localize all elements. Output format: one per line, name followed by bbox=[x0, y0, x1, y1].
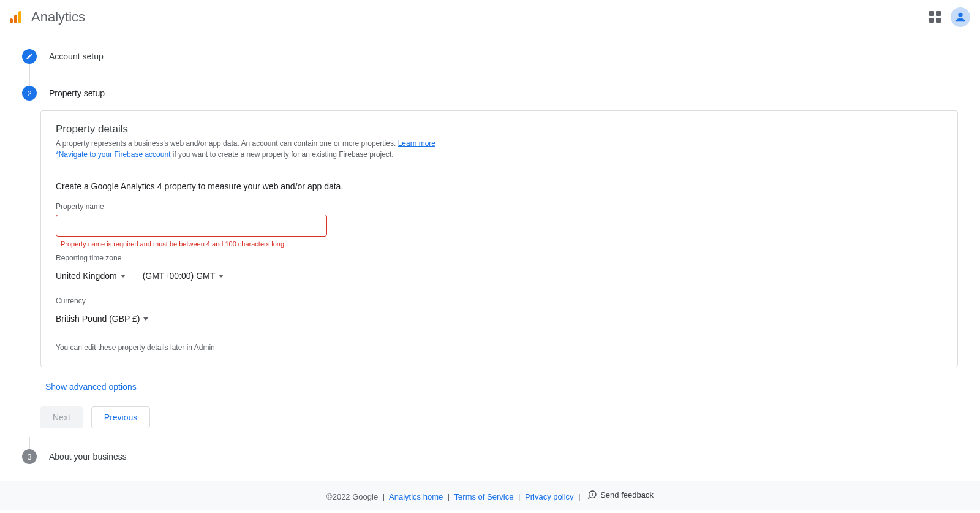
step-3-indicator: 3 bbox=[22, 449, 37, 464]
footer-analytics-home-link[interactable]: Analytics home bbox=[389, 492, 443, 501]
header-right bbox=[929, 7, 970, 27]
form-heading: Create a Google Analytics 4 property to … bbox=[56, 181, 943, 191]
timezone-label: Reporting time zone bbox=[56, 254, 943, 262]
svg-point-2 bbox=[592, 496, 593, 496]
footer-tos-link[interactable]: Terms of Service bbox=[454, 492, 514, 501]
next-button[interactable]: Next bbox=[40, 406, 83, 428]
property-setup-panel: Property details A property represents a… bbox=[40, 110, 958, 428]
stepper-step-2: 2 Property setup bbox=[22, 86, 958, 101]
step-2-label: Property setup bbox=[49, 88, 105, 98]
property-name-input[interactable] bbox=[56, 215, 327, 237]
step-1-indicator bbox=[22, 49, 37, 64]
header-left: Analytics bbox=[10, 9, 85, 25]
property-name-error: Property name is required and must be be… bbox=[61, 240, 943, 248]
app-header: Analytics bbox=[0, 0, 980, 34]
caret-down-icon bbox=[143, 317, 148, 321]
stepper-step-3: 3 About your business bbox=[22, 449, 958, 464]
currency-value: British Pound (GBP £) bbox=[56, 314, 140, 324]
card-desc-suffix: if you want to create a new property for… bbox=[170, 150, 393, 159]
timezone-zone-dropdown[interactable]: (GMT+00:00) GMT bbox=[143, 270, 224, 282]
main-content: Account setup 2 Property setup Property … bbox=[0, 34, 980, 481]
step-3-label: About your business bbox=[49, 452, 127, 462]
stepper-connector-1 bbox=[29, 64, 30, 86]
footer-privacy-link[interactable]: Privacy policy bbox=[525, 492, 573, 501]
product-name: Analytics bbox=[31, 9, 85, 25]
pencil-icon bbox=[26, 53, 33, 60]
card-body: Create a Google Analytics 4 property to … bbox=[41, 169, 957, 367]
card-description: A property represents a business's web a… bbox=[56, 138, 943, 160]
previous-button[interactable]: Previous bbox=[91, 406, 150, 428]
person-icon bbox=[954, 10, 967, 24]
account-avatar[interactable] bbox=[951, 7, 970, 27]
footer-copyright: ©2022 Google bbox=[326, 492, 378, 501]
show-advanced-options-link[interactable]: Show advanced options bbox=[45, 382, 137, 392]
caret-down-icon bbox=[121, 275, 126, 278]
timezone-country-value: United Kingdom bbox=[56, 271, 117, 281]
currency-label: Currency bbox=[56, 297, 943, 305]
card-desc-text: A property represents a business's web a… bbox=[56, 139, 398, 148]
card-header: Property details A property represents a… bbox=[41, 111, 957, 169]
stepper-connector-2 bbox=[29, 437, 30, 449]
feedback-label: Send feedback bbox=[600, 490, 654, 500]
page-footer: ©2022 Google | Analytics home | Terms of… bbox=[0, 481, 980, 510]
currency-dropdown[interactable]: British Pound (GBP £) bbox=[56, 313, 148, 325]
caret-down-icon bbox=[219, 275, 224, 278]
step-1-label: Account setup bbox=[49, 51, 104, 61]
send-feedback-button[interactable]: Send feedback bbox=[587, 490, 654, 500]
timezone-country-dropdown[interactable]: United Kingdom bbox=[56, 270, 126, 282]
timezone-zone-value: (GMT+00:00) GMT bbox=[143, 271, 216, 281]
learn-more-link[interactable]: Learn more bbox=[398, 139, 435, 148]
step-2-indicator: 2 bbox=[22, 86, 37, 101]
analytics-logo-icon bbox=[10, 11, 21, 23]
stepper-step-1[interactable]: Account setup bbox=[22, 49, 958, 64]
svg-point-0 bbox=[958, 12, 962, 17]
apps-menu-icon[interactable] bbox=[929, 11, 941, 23]
card-title: Property details bbox=[56, 123, 943, 135]
property-name-label: Property name bbox=[56, 202, 943, 211]
firebase-link[interactable]: *Navigate to your Firebase account bbox=[56, 150, 170, 159]
property-details-card: Property details A property represents a… bbox=[40, 110, 958, 367]
feedback-icon bbox=[587, 490, 597, 500]
admin-hint: You can edit these property details late… bbox=[56, 343, 943, 352]
button-row: Next Previous bbox=[40, 406, 958, 428]
